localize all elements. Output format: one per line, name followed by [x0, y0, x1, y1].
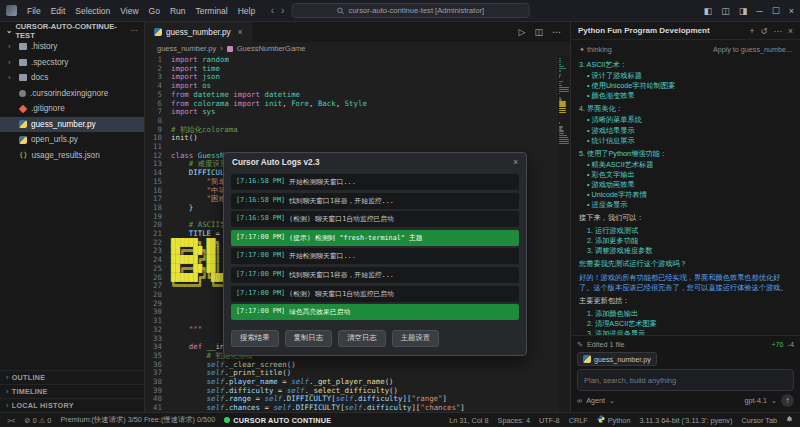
cursor-position[interactable]: Ln 31, Col 8 — [449, 416, 488, 425]
chat-list-item: • 进度条显示 — [583, 200, 792, 210]
file-row--cursorindexingignore[interactable]: .cursorindexingignore — [0, 86, 144, 102]
minimap[interactable] — [556, 55, 570, 412]
menu-edit[interactable]: Edit — [46, 6, 71, 16]
minimap-line — [559, 91, 569, 92]
more-icon[interactable]: ⋯ — [130, 26, 138, 35]
chat-list-item: • 设计了游戏标题 — [583, 71, 792, 81]
menu-file[interactable]: File — [22, 6, 46, 16]
python-icon — [19, 120, 27, 128]
chat-close-icon[interactable]: × — [788, 26, 793, 36]
chat-header-icons: + ↺ ⋯ × — [749, 26, 793, 36]
breadcrumb-symbol[interactable]: GuessNumberGame — [237, 44, 306, 53]
chat-more-icon[interactable]: ⋯ — [774, 26, 783, 36]
close-icon[interactable]: × — [789, 6, 794, 16]
run-icon[interactable]: ▷ — [519, 27, 526, 37]
code-line[interactable]: 41 self.chances = self.DIFFICULTY[self.d… — [145, 404, 556, 412]
eol-label: CRLF — [569, 416, 588, 425]
modal-button-清空日志[interactable]: 清空日志 — [338, 330, 386, 347]
chat-input[interactable] — [577, 369, 794, 391]
file-row-docs[interactable]: ›docs — [0, 70, 144, 86]
sidebar-section-local-history[interactable]: ›LOCAL HISTORY — [0, 398, 144, 412]
modal-buttons: 搜索结果复制日志清空日志主题设置 — [224, 325, 526, 355]
problems[interactable]: ⊘ 0 ⚠ 0 — [25, 416, 52, 425]
chat-blocks: 3. ASCII艺术：• 设计了游戏标题• 使用Unicode字符绘制图案• 颜… — [579, 60, 792, 335]
file-label: open_urls.py — [31, 135, 78, 144]
menu-terminal[interactable]: Terminal — [191, 6, 233, 16]
file-row--gitignore[interactable]: .gitignore — [0, 101, 144, 117]
minimap-line — [559, 105, 566, 106]
thinking-toggle[interactable]: ✦ thinking — [579, 45, 612, 55]
chat-list-item: 1. 运行游戏测试 — [583, 226, 792, 236]
apply-link[interactable]: Apply to guess_numbe... — [713, 45, 792, 55]
sidebar-section-outline[interactable]: ›OUTLINE — [0, 370, 144, 384]
menu-selection[interactable]: Selection — [70, 6, 115, 16]
maximize-icon[interactable]: ☐ — [772, 6, 780, 16]
layout-bottom-icon[interactable]: ◫ — [721, 6, 730, 16]
encoding[interactable]: UTF-8 — [539, 416, 560, 425]
forward-icon[interactable]: › — [281, 5, 284, 16]
send-button[interactable]: ↑ — [781, 394, 794, 407]
remote-indicator-label: >< — [7, 416, 16, 425]
new-chat-icon[interactable]: + — [749, 26, 754, 36]
menu-go[interactable]: Go — [144, 6, 165, 16]
remote-indicator[interactable]: >< — [7, 416, 16, 425]
file-row-guess_number-py[interactable]: guess_number.py — [0, 117, 144, 133]
interpreter[interactable]: 3.11.3 64-bit ('3.11.3': pyenv) — [639, 416, 732, 425]
model-selector[interactable]: gpt-4.1 — [745, 396, 767, 405]
file-row-open_urls-py[interactable]: open_urls.py — [0, 132, 144, 148]
file-row--history[interactable]: ›.history — [0, 39, 144, 55]
file-row--specstory[interactable]: ›.specstory — [0, 55, 144, 71]
history-icon[interactable]: ↺ — [760, 26, 767, 36]
search-icon — [337, 7, 345, 15]
usage-quota[interactable]: Premium:(快速请求) 3/50 Free:(慢速请求) 0/500 — [60, 415, 215, 425]
back-icon[interactable]: ‹ — [271, 5, 274, 16]
menu-run[interactable]: Run — [165, 6, 191, 16]
tab-guess-number[interactable]: guess_number.py × — [145, 22, 252, 42]
layout-left-icon[interactable]: ◧ — [704, 6, 713, 16]
code-line[interactable]: 9# 初始化colorama — [145, 126, 556, 135]
breadcrumb[interactable]: guess_number.py › GuessNumberGame — [145, 42, 570, 55]
infinity-icon: ∞ — [577, 396, 582, 405]
agent-chevron-icon[interactable]: ⌄ — [609, 396, 615, 405]
workspace-header[interactable]: ⌄ CURSOR-AUTO-CONTINUE-TEST ⋯ — [0, 22, 144, 39]
context-chip-label: guess_number.py — [594, 355, 651, 364]
cursor-auto-continue[interactable]: CURSOR AUTO CONTINUE — [224, 416, 331, 425]
context-chip-file[interactable]: guess_number.py — [577, 352, 657, 366]
tab-close-icon[interactable]: × — [238, 28, 243, 37]
layout-right-icon[interactable]: ◨ — [739, 6, 748, 16]
chat-paragraph: 您需要我先测试运行这个游戏吗？ — [579, 259, 792, 269]
agent-mode-selector[interactable]: Agent — [586, 396, 605, 405]
model-chevron-icon[interactable]: ⌄ — [771, 396, 777, 405]
problems-label: ⊘ 0 ⚠ 0 — [25, 416, 52, 425]
notifications[interactable] — [786, 415, 793, 425]
modal-header[interactable]: Cursor Auto Logs v2.3 × — [224, 153, 526, 172]
split-editor-icon[interactable]: ◫ — [534, 27, 543, 37]
log-row: [7:17:00 PM]开始检测聊天窗口... — [231, 248, 519, 264]
language-mode[interactable]: Python — [597, 415, 631, 425]
cursor-tab[interactable]: Cursor Tab — [741, 416, 777, 425]
bell-icon — [786, 415, 793, 425]
chat-list-item: • 清晰的菜单系统 — [583, 115, 792, 125]
file-label: .cursorindexingignore — [30, 89, 108, 98]
menu-help[interactable]: Help — [233, 6, 260, 16]
code-line[interactable]: 10init() — [145, 134, 556, 143]
line-number: 41 — [145, 404, 171, 412]
modal-button-搜索结果[interactable]: 搜索结果 — [231, 330, 279, 347]
minimize-icon[interactable]: ─ — [756, 6, 762, 16]
edited-files-row[interactable]: ✎ Edited 1 file +76 -4 — [577, 340, 794, 349]
modal-button-复制日志[interactable]: 复制日志 — [285, 330, 333, 347]
eol[interactable]: CRLF — [569, 416, 588, 425]
indentation[interactable]: Spaces: 4 — [498, 416, 530, 425]
modal-close-icon[interactable]: × — [513, 158, 518, 167]
file-row-usage_results-json[interactable]: {}usage_results.json — [0, 148, 144, 164]
log-row: [7:17:00 PM]绿色高亮效果已启动 — [231, 304, 519, 320]
modal-button-主题设置[interactable]: 主题设置 — [392, 330, 440, 347]
code-line[interactable]: 7import sys — [145, 108, 556, 117]
menu-view[interactable]: View — [115, 6, 143, 16]
thinking-row[interactable]: ✦ thinking Apply to guess_numbe... — [579, 45, 792, 55]
window-search[interactable]: cursor-auto-continue-test [Administrator… — [291, 3, 529, 18]
more-actions-icon[interactable]: ⋯ — [552, 27, 561, 37]
breadcrumb-file[interactable]: guess_number.py — [157, 44, 216, 53]
sidebar-section-timeline[interactable]: ›TIMELINE — [0, 384, 144, 398]
minimap-line — [559, 130, 564, 131]
